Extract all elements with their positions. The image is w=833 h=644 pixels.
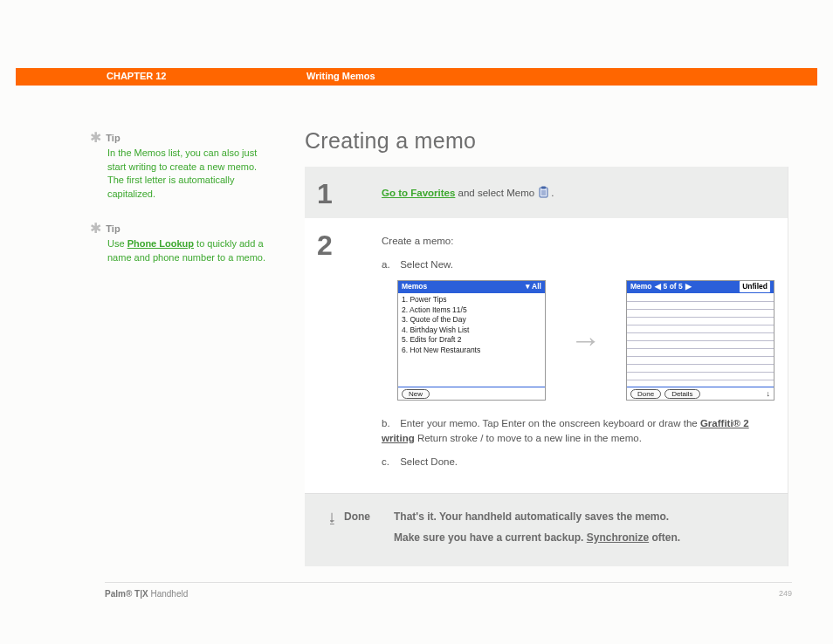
substep-b: b. Enter your memo. Tap Enter on the ons… [382,416,774,445]
step-1: 1 Go to Favorites and select Memo . [305,167,788,218]
step-intro: Create a memo: [382,234,774,249]
scroll-down-icon[interactable]: ↓ [767,388,771,400]
list-item[interactable]: 1. Power Tips [402,295,541,305]
screen-header: Memos ▾ All [398,281,545,292]
arrow-right-icon: → [570,325,602,356]
step-body: Go to Favorites and select Memo . [369,167,788,218]
step-number: 2 [305,218,369,493]
main-content: Creating a memo 1 Go to Favorites and se… [305,125,788,566]
tip-body: Use Phone Lookup to quickly add a name a… [107,237,269,264]
tip-block-1: ✱ Tip In the Memos list, you can also ju… [90,131,269,201]
substep-text: Return stroke / to move to a new line in… [417,433,642,443]
screen-title: Memo [630,281,652,292]
tip-block-2: ✱ Tip Use Phone Lookup to quickly add a … [90,222,269,264]
done-button[interactable]: Done [630,389,661,399]
done-text: often. [649,531,680,544]
list-item[interactable]: 3. Quote of the Day [402,315,541,325]
memo-app-icon [537,186,551,200]
step-2: 2 Create a memo: a. Select New. Memos ▾ … [305,218,788,493]
list-item[interactable]: 4. Birthday Wish List [402,325,541,335]
substep-text: Enter your memo. Tap Enter on the onscre… [400,418,700,428]
list-item[interactable]: 5. Edits for Draft 2 [402,335,541,345]
done-block: ⭳ Done That's it. Your handheld automati… [305,493,788,566]
screen-footer: Done Details ↓ [627,387,774,400]
phone-lookup-link[interactable]: Phone Lookup [127,238,194,249]
nav-position: 5 of 5 [664,281,683,292]
new-button[interactable]: New [402,389,430,399]
nav-prev-icon[interactable]: ◀ [655,281,661,292]
category-dropdown[interactable]: ▾ All [526,281,541,292]
category-dropdown[interactable]: Unfiled [740,281,770,292]
page-number: 249 [779,588,792,601]
tip-label: Tip [106,133,120,143]
memo-text-area[interactable] [627,292,774,387]
screen-header: Memo ◀ 5 of 5 ▶ Unfiled [627,281,774,292]
product-name: Palm® T|X Handheld [105,588,188,601]
list-item[interactable]: 2. Action Items 11/5 [402,305,541,315]
screen-footer: New [398,387,545,400]
down-arrow-icon: ⭳ [326,510,339,527]
substep-letter: b. [382,416,397,431]
substep-letter: c. [382,455,397,469]
page-title: Creating a memo [305,125,788,156]
list-item[interactable]: 6. Hot New Restaurants [402,346,541,355]
go-to-favorites-link[interactable]: Go to Favorites [382,188,455,198]
substep-text: Select Done. [400,456,458,467]
nav-next-icon[interactable]: ▶ [685,281,692,292]
synchronize-link[interactable]: Synchronize [587,531,649,544]
substep-letter: a. [382,257,397,272]
memo-edit-screen: Memo ◀ 5 of 5 ▶ Unfiled Done Details ↓ [626,280,774,401]
done-label: Done [344,510,370,524]
step-body: Create a memo: a. Select New. Memos ▾ Al… [369,218,794,493]
page-footer: Palm® T|X Handheld 249 [105,582,792,601]
tip-label: Tip [106,223,120,234]
step-text: and select Memo [455,188,537,198]
device-screenshots: Memos ▾ All 1. Power Tips 2. Action Item… [397,280,774,401]
svg-rect-0 [540,188,547,197]
substep-c: c. Select Done. [382,455,774,469]
tips-sidebar: ✱ Tip In the Memos list, you can also ju… [90,131,269,285]
memos-list-screen: Memos ▾ All 1. Power Tips 2. Action Item… [397,280,546,401]
screen-title: Memos [402,281,427,292]
section-label: Writing Memos [306,70,375,84]
svg-rect-1 [541,187,546,189]
tip-text: Use [107,238,127,249]
step-number: 1 [305,167,369,218]
done-text: Make sure you have a current backup. [394,531,587,544]
asterisk-icon: ✱ [90,222,101,236]
substep-text: Select New. [400,259,453,270]
screen-body: 1. Power Tips 2. Action Items 11/5 3. Qu… [398,292,545,387]
chapter-header-bar: CHAPTER 12 Writing Memos [16,68,817,86]
details-button[interactable]: Details [664,389,699,399]
substep-a: a. Select New. [382,257,774,272]
chapter-label: CHAPTER 12 [107,70,166,84]
done-text: That's it. Your handheld automatically s… [394,510,768,524]
tip-body: In the Memos list, you can also just sta… [107,147,269,201]
done-body: That's it. Your handheld automatically s… [382,510,768,545]
asterisk-icon: ✱ [90,131,101,145]
